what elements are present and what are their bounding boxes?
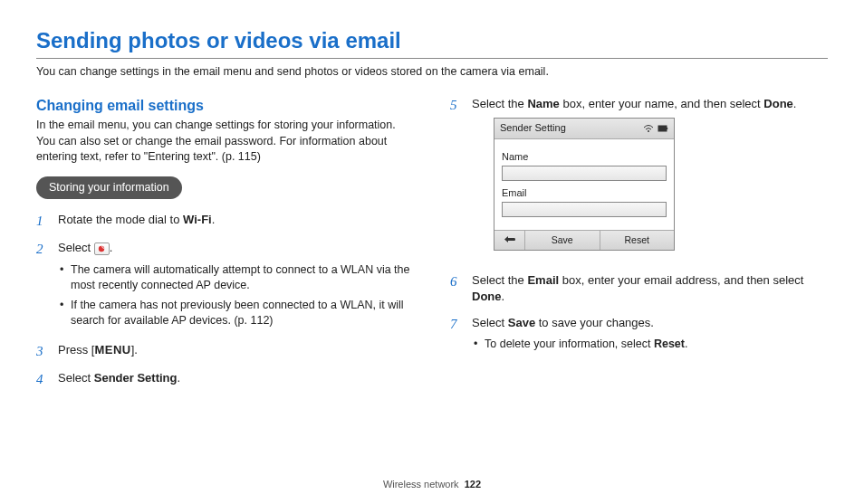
title-rule bbox=[36, 58, 828, 59]
step-text: Select the bbox=[472, 97, 527, 110]
email-field[interactable] bbox=[502, 202, 667, 217]
panel-footer: Save Reset bbox=[494, 230, 674, 250]
bold-term: Done bbox=[763, 97, 793, 110]
page-title: Sending photos or videos via email bbox=[36, 25, 828, 56]
step-text: Select bbox=[472, 316, 508, 329]
step-text: Press [ bbox=[58, 343, 94, 357]
step-6: 6 Select the Email box, enter your email… bbox=[450, 272, 828, 305]
step-2: 2 Select . The camera will automatically… bbox=[36, 240, 414, 332]
right-column: 5 Select the Name box, enter your name, … bbox=[450, 96, 828, 398]
subheading-intro: In the email menu, you can change settin… bbox=[36, 118, 414, 166]
step-text: Select bbox=[58, 371, 94, 385]
bold-term: Reset bbox=[654, 338, 685, 350]
bold-term: Sender Setting bbox=[94, 371, 178, 385]
substep: If the camera has not previously been co… bbox=[58, 298, 414, 329]
bold-term: Email bbox=[527, 273, 559, 287]
step-text: Rotate the mode dial to bbox=[58, 213, 183, 226]
step-text: box, enter your name, and then select bbox=[560, 97, 763, 110]
left-column: Changing email settings In the email men… bbox=[36, 96, 414, 398]
steps-list-left: 1 Rotate the mode dial to Wi-Fi. 2 Selec… bbox=[36, 212, 414, 388]
save-button[interactable]: Save bbox=[525, 231, 600, 250]
step-text: To delete your information, select bbox=[485, 338, 654, 350]
footer-page-number: 122 bbox=[465, 479, 481, 490]
substeps: The camera will automatically attempt to… bbox=[58, 262, 414, 329]
wifi-icon bbox=[643, 124, 654, 133]
step-number: 1 bbox=[36, 212, 49, 231]
wifi-label-icon: Wi-Fi bbox=[183, 213, 212, 226]
battery-icon bbox=[658, 124, 668, 133]
step-text: . bbox=[793, 97, 797, 110]
step-text: Select the bbox=[472, 273, 527, 287]
step-text: Select bbox=[58, 241, 94, 254]
step-body: Select Save to save your changes. To del… bbox=[472, 315, 828, 357]
step-number: 3 bbox=[36, 342, 49, 361]
bold-term: Done bbox=[472, 290, 502, 303]
step-text: . bbox=[685, 338, 687, 350]
step-text: . bbox=[502, 290, 505, 303]
step-number: 7 bbox=[450, 315, 463, 357]
step-body: Select the Name box, enter your name, an… bbox=[472, 96, 828, 263]
bold-term: Name bbox=[527, 97, 559, 110]
step-body: Select Sender Setting. bbox=[58, 370, 414, 389]
back-button[interactable] bbox=[494, 231, 525, 250]
step-number: 4 bbox=[36, 370, 49, 389]
step-body: Press [MENU]. bbox=[58, 342, 414, 361]
svg-point-1 bbox=[648, 130, 649, 132]
step-number: 6 bbox=[450, 272, 463, 305]
svg-rect-2 bbox=[658, 126, 667, 131]
bold-term: Save bbox=[508, 316, 535, 329]
panel-body: Name Email bbox=[494, 139, 674, 231]
step-text: . bbox=[212, 213, 216, 226]
reset-button[interactable]: Reset bbox=[600, 231, 675, 250]
step-body: Select . The camera will automatically a… bbox=[58, 240, 414, 332]
step-number: 5 bbox=[450, 96, 463, 263]
page-footer: Wireless network 122 bbox=[0, 478, 864, 491]
svg-rect-3 bbox=[667, 128, 667, 129]
page-intro: You can change settings in the email men… bbox=[36, 64, 828, 81]
subheading: Changing email settings bbox=[36, 96, 414, 116]
step-7: 7 Select Save to save your changes. To d… bbox=[450, 315, 828, 357]
step-4: 4 Select Sender Setting. bbox=[36, 370, 414, 389]
step-body: Select the Email box, enter your email a… bbox=[472, 272, 828, 305]
panel-titlebar: Sender Setting bbox=[494, 119, 674, 138]
step-1: 1 Rotate the mode dial to Wi-Fi. bbox=[36, 212, 414, 231]
step-text: ]. bbox=[131, 343, 138, 357]
menu-button-label: MENU bbox=[94, 343, 130, 357]
substep: To delete your information, select Reset… bbox=[472, 337, 828, 353]
step-body: Rotate the mode dial to Wi-Fi. bbox=[58, 212, 414, 231]
step-3: 3 Press [MENU]. bbox=[36, 342, 414, 361]
footer-section: Wireless network bbox=[383, 479, 459, 490]
name-field[interactable] bbox=[502, 166, 667, 181]
step-text: to save your changes. bbox=[535, 316, 654, 329]
step-number: 2 bbox=[36, 240, 49, 332]
email-label: Email bbox=[502, 186, 667, 200]
two-column-layout: Changing email settings In the email men… bbox=[36, 96, 828, 398]
steps-list-right: 5 Select the Name box, enter your name, … bbox=[450, 96, 828, 356]
section-pill: Storing your information bbox=[36, 176, 182, 200]
substep: The camera will automatically attempt to… bbox=[58, 262, 414, 294]
step-text: . bbox=[110, 241, 113, 254]
sender-setting-panel: Sender Setting Name Email bbox=[494, 118, 675, 251]
substeps: To delete your information, select Reset… bbox=[472, 337, 828, 353]
name-label: Name bbox=[502, 150, 667, 164]
step-text: . bbox=[178, 371, 181, 385]
step-text: box, enter your email address, and then … bbox=[559, 273, 803, 287]
email-app-icon bbox=[94, 242, 110, 255]
panel-title: Sender Setting bbox=[500, 121, 566, 135]
panel-status-icons bbox=[643, 124, 668, 133]
step-5: 5 Select the Name box, enter your name, … bbox=[450, 96, 828, 263]
